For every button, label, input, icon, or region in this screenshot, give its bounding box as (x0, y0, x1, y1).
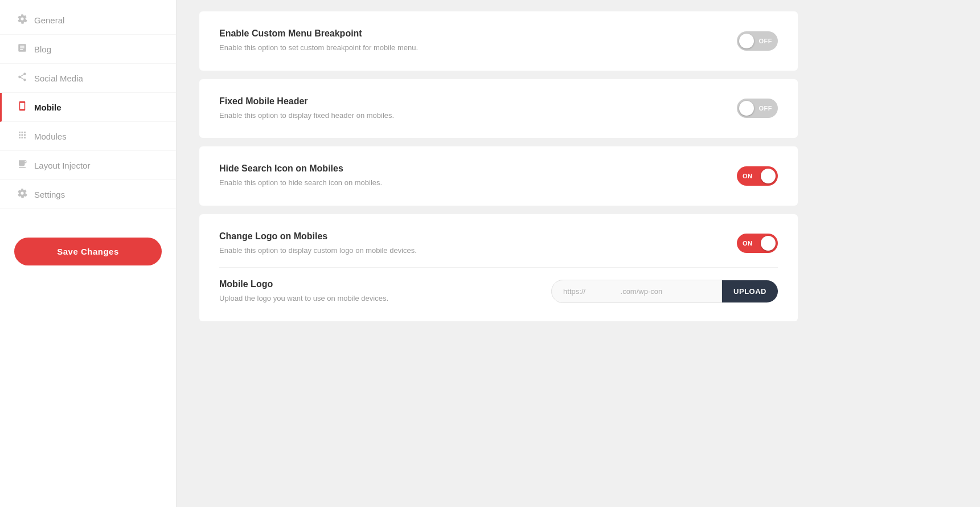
toggle-knob-hide-search (761, 169, 776, 183)
toggle-fixed-header[interactable]: OFF (737, 99, 778, 118)
share-icon (17, 72, 27, 84)
card-custom-menu-breakpoint: Enable Custom Menu Breakpoint Enable thi… (199, 11, 798, 71)
main-content: Enable Custom Menu Breakpoint Enable thi… (177, 0, 821, 507)
modules-icon (17, 130, 27, 142)
save-changes-button[interactable]: Save Changes (14, 238, 162, 265)
toggle-wrapper-change-logo: ON (737, 234, 778, 253)
card-content: Hide Search Icon on Mobiles Enable this … (219, 163, 737, 189)
toggle-label-fixed-header: OFF (759, 105, 773, 112)
card-content: Enable Custom Menu Breakpoint Enable thi… (219, 28, 737, 54)
gear-icon (17, 14, 27, 26)
toggle-custom-menu[interactable]: OFF (737, 31, 778, 51)
card-title-change-logo: Change Logo on Mobiles (219, 231, 737, 242)
toggle-knob-fixed-header (739, 101, 754, 116)
card-row: Hide Search Icon on Mobiles Enable this … (219, 163, 778, 189)
toggle-hide-search[interactable]: ON (737, 166, 778, 186)
card-row-change-logo: Change Logo on Mobiles Enable this optio… (219, 231, 778, 256)
card-row-mobile-logo: Mobile Logo Upload the logo you want to … (219, 279, 778, 304)
mobile-logo-url-input[interactable] (551, 280, 722, 303)
toggle-knob-custom-menu (739, 34, 754, 48)
card-desc-hide-search: Enable this option to hide search icon o… (219, 177, 737, 189)
card-content-mobile-logo: Mobile Logo Upload the logo you want to … (219, 279, 551, 304)
sidebar: General Blog Social Media Mobile (0, 0, 177, 507)
card-content-change-logo: Change Logo on Mobiles Enable this optio… (219, 231, 737, 256)
toggle-wrapper-fixed-header: OFF (737, 99, 778, 118)
settings-icon (17, 188, 27, 201)
card-title-mobile-logo: Mobile Logo (219, 279, 551, 289)
sidebar-item-mobile[interactable]: Mobile (0, 93, 176, 122)
divider (219, 267, 778, 268)
sidebar-item-blog[interactable]: Blog (0, 35, 176, 64)
card-row: Fixed Mobile Header Enable this option t… (219, 96, 778, 121)
card-desc-mobile-logo: Upload the logo you want to use on mobil… (219, 293, 551, 304)
sidebar-item-blog-label: Blog (34, 44, 51, 54)
layout-icon (17, 159, 27, 171)
blog-icon (17, 43, 27, 55)
card-title-custom-menu: Enable Custom Menu Breakpoint (219, 28, 737, 39)
sidebar-item-settings[interactable]: Settings (0, 180, 176, 209)
card-title-hide-search: Hide Search Icon on Mobiles (219, 163, 737, 174)
toggle-wrapper-custom-menu: OFF (737, 31, 778, 51)
upload-button[interactable]: UPLOAD (722, 280, 778, 302)
card-desc-custom-menu: Enable this option to set custom breakpo… (219, 42, 737, 54)
upload-row: UPLOAD (551, 280, 778, 303)
toggle-label-hide-search: ON (743, 173, 753, 179)
card-desc-change-logo: Enable this option to display custom log… (219, 245, 737, 256)
sidebar-item-settings-label: Settings (34, 190, 65, 199)
sidebar-item-social-media-label: Social Media (34, 73, 83, 83)
toggle-wrapper-hide-search: ON (737, 166, 778, 186)
sidebar-item-layout-injector-label: Layout Injector (34, 161, 90, 170)
card-hide-search-icon: Hide Search Icon on Mobiles Enable this … (199, 146, 798, 206)
sidebar-item-general-label: General (34, 15, 64, 25)
sidebar-item-modules[interactable]: Modules (0, 122, 176, 151)
sidebar-item-modules-label: Modules (34, 132, 67, 141)
toggle-label-custom-menu: OFF (759, 38, 773, 44)
sidebar-item-layout-injector[interactable]: Layout Injector (0, 151, 176, 180)
right-panel (821, 0, 980, 507)
toggle-knob-change-logo (761, 236, 776, 251)
card-desc-fixed-header: Enable this option to display fixed head… (219, 110, 737, 121)
card-change-logo: Change Logo on Mobiles Enable this optio… (199, 214, 798, 321)
toggle-change-logo[interactable]: ON (737, 234, 778, 253)
sidebar-item-mobile-label: Mobile (34, 103, 61, 112)
card-content: Fixed Mobile Header Enable this option t… (219, 96, 737, 121)
card-fixed-mobile-header: Fixed Mobile Header Enable this option t… (199, 79, 798, 138)
toggle-label-change-logo: ON (743, 240, 753, 247)
sidebar-item-social-media[interactable]: Social Media (0, 64, 176, 93)
card-title-fixed-header: Fixed Mobile Header (219, 96, 737, 107)
card-row: Enable Custom Menu Breakpoint Enable thi… (219, 28, 778, 54)
sidebar-item-general[interactable]: General (0, 6, 176, 35)
save-btn-wrapper: Save Changes (0, 220, 176, 283)
mobile-icon (17, 101, 27, 113)
